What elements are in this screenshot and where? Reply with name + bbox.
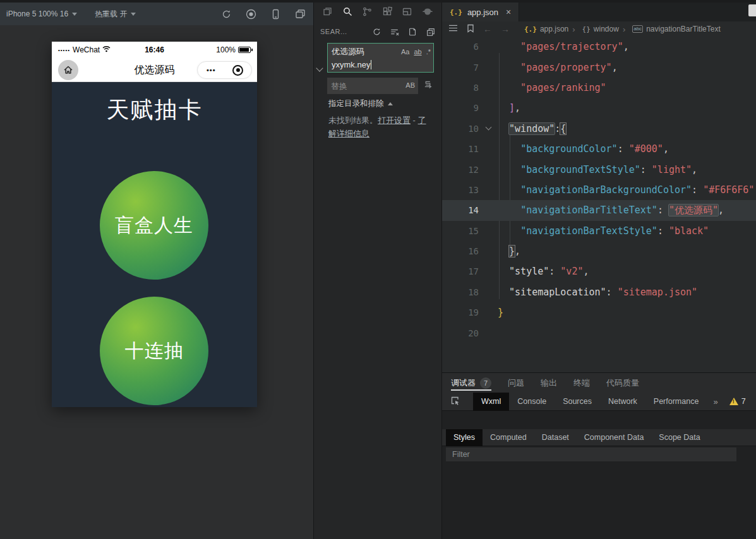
inspect-element-icon[interactable] <box>450 395 460 408</box>
refresh-search-icon[interactable] <box>372 27 381 37</box>
fold-chevron-icon[interactable] <box>485 124 491 131</box>
replace-all-icon[interactable] <box>423 80 433 92</box>
breadcrumb: ← → {.} app.json {} window abc navigatio… <box>442 21 756 37</box>
close-tab-icon[interactable]: × <box>506 7 511 17</box>
whole-word-toggle[interactable]: ab <box>414 48 421 56</box>
code-line: 8 "pages/ranking" <box>442 78 756 98</box>
code-line: 6 "pages/trajectory", <box>442 37 756 57</box>
breadcrumb-file[interactable]: {.} app.json <box>524 25 568 33</box>
warnings-indicator[interactable]: 7 <box>729 397 746 406</box>
tab-badge: 7 <box>480 377 491 389</box>
code-line: 13 "navigationBarBackgroundColor": "#F6F… <box>442 180 756 200</box>
inspector-tab-bar: StylesComputedDatasetComponent DataScope… <box>442 429 756 446</box>
multi-window-icon[interactable] <box>295 9 306 20</box>
bookmark-icon[interactable] <box>467 24 474 35</box>
devtools-tab[interactable]: Performance <box>645 393 707 411</box>
exit-target-button[interactable] <box>225 65 252 76</box>
preserve-case-toggle[interactable]: AB <box>405 81 415 89</box>
more-menu-button[interactable]: ••• <box>198 66 225 74</box>
layout-panel-icon[interactable] <box>402 6 412 20</box>
hot-reload-selector[interactable]: 热重载 开 <box>95 9 136 20</box>
search-icon[interactable] <box>342 6 353 20</box>
object-icon: {} <box>582 25 591 33</box>
collapse-all-icon[interactable] <box>426 27 435 37</box>
stop-icon[interactable] <box>246 9 256 20</box>
code-viewport[interactable]: 6 "pages/trajectory",7 "pages/property",… <box>442 37 756 372</box>
source-control-icon[interactable] <box>362 6 373 20</box>
page-title: 天赋抽卡 <box>52 95 257 126</box>
line-number: 16 <box>442 246 479 256</box>
phone-icon[interactable] <box>270 9 281 20</box>
match-case-toggle[interactable]: Aa <box>401 48 409 56</box>
line-number: 13 <box>442 185 479 195</box>
devtools-tab[interactable]: Network <box>600 393 645 411</box>
target-icon <box>232 65 243 76</box>
debugger-tab[interactable]: 输出 <box>541 373 557 393</box>
warning-icon <box>729 398 738 405</box>
devtools-tab[interactable]: Sources <box>555 393 600 411</box>
draw-button-ten[interactable]: 十连抽 <box>100 297 208 405</box>
capsule-menu[interactable]: ••• <box>197 61 252 79</box>
line-number: 7 <box>442 62 479 73</box>
back-arrow-icon[interactable]: ← <box>483 24 492 34</box>
breadcrumb-property[interactable]: abc navigationBarTitleText <box>623 25 721 34</box>
clear-results-icon[interactable] <box>390 27 400 37</box>
code-line: 12 "backgroundTextStyle": "light", <box>442 159 756 179</box>
line-number: 14 <box>442 205 479 215</box>
device-selector[interactable]: iPhone 5 100% 16 <box>6 9 77 18</box>
code-line: 18 "sitemapLocation": "sitemap.json" <box>442 282 756 302</box>
wxml-element-tree[interactable] <box>442 411 756 429</box>
json-file-icon: {.} <box>450 8 462 16</box>
debugger-tab[interactable]: 调试器7 <box>451 373 491 393</box>
tab-app-json[interactable]: {.} app.json × <box>442 3 519 21</box>
forward-arrow-icon[interactable]: → <box>501 24 510 34</box>
code-line: 9 ], <box>442 98 756 118</box>
battery-percent: 100% <box>216 45 236 54</box>
battery-icon <box>238 47 251 53</box>
explorer-icon[interactable] <box>322 6 333 20</box>
inspector-tab[interactable]: Component Data <box>577 429 652 446</box>
debugger-tab[interactable]: 代码质量 <box>606 373 639 393</box>
styles-filter-input[interactable] <box>446 447 736 461</box>
search-input[interactable]: 优选源码 Aa ab .* yxymk.ney <box>327 43 434 73</box>
split-editor-icon[interactable] <box>748 4 756 16</box>
code-line: 15 "navigationBarTextStyle": "black" <box>442 221 756 241</box>
teapot-icon[interactable] <box>422 7 433 19</box>
debugger-tab[interactable]: 问题 <box>508 373 524 393</box>
phone-status-bar: ••••• WeChat 16:46 100% <box>52 42 257 58</box>
new-search-editor-icon[interactable] <box>408 27 417 37</box>
line-number: 11 <box>442 144 479 154</box>
code-line: 11 "backgroundColor": "#000", <box>442 139 756 159</box>
inspector-tab[interactable]: Computed <box>483 429 534 446</box>
debugger-panel: 调试器7问题输出终端代码质量 WxmlConsoleSourcesNetwork… <box>442 372 756 539</box>
device-selector-label: iPhone 5 100% 16 <box>6 9 68 18</box>
editor-tab-bar: {.} app.json × <box>442 3 756 21</box>
inspector-tab[interactable]: Dataset <box>534 429 577 446</box>
inspector-tab[interactable]: Scope Data <box>651 429 707 446</box>
triangle-up-icon <box>388 102 393 105</box>
refresh-icon[interactable] <box>221 9 232 20</box>
breadcrumb-object[interactable]: {} window <box>572 25 619 34</box>
extensions-icon[interactable] <box>382 6 393 20</box>
code-line: 14 "navigationBarTitleText": "优选源码", <box>442 200 756 220</box>
open-settings-link[interactable]: 打开设置 <box>378 116 411 125</box>
devtools-tab[interactable]: Wxml <box>473 393 509 411</box>
more-tabs-icon[interactable]: » <box>713 397 717 406</box>
files-to-include-toggle[interactable]: 指定目录和排除 <box>328 98 393 109</box>
code-line: 20 <box>442 323 756 343</box>
styles-filter-row <box>442 446 756 463</box>
debugger-tab[interactable]: 终端 <box>573 373 590 393</box>
code-line: 7 "pages/property", <box>442 57 756 77</box>
outline-list-icon[interactable] <box>448 24 458 34</box>
toggle-replace-button[interactable] <box>316 64 323 71</box>
replace-input[interactable] <box>327 78 418 94</box>
code-line: 19} <box>442 302 756 323</box>
code-line: 17 "style": "v2", <box>442 261 756 281</box>
regex-toggle[interactable]: .* <box>426 48 431 56</box>
line-number: 18 <box>442 287 479 297</box>
draw-button-blindbox[interactable]: 盲盒人生 <box>100 171 208 280</box>
line-number: 20 <box>442 328 479 338</box>
search-query-line2: yxymk.ney <box>332 60 370 69</box>
devtools-tab[interactable]: Console <box>509 393 555 411</box>
inspector-tab[interactable]: Styles <box>446 429 483 446</box>
